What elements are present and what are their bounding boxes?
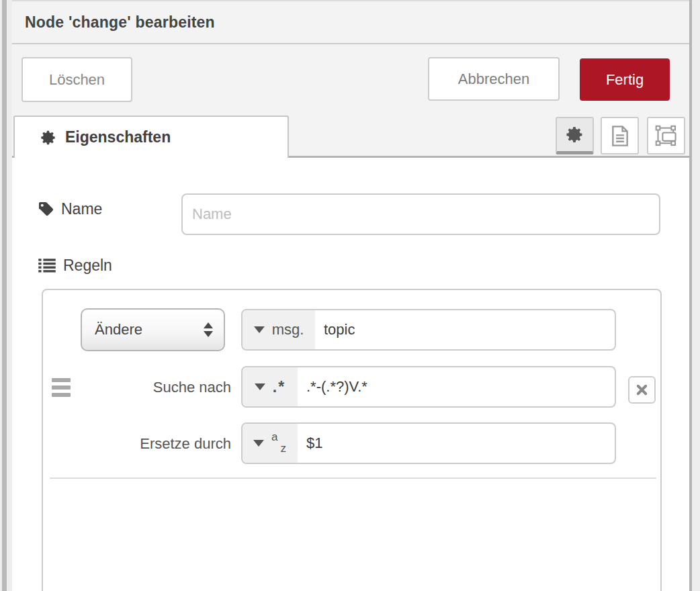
dialog-header: Node 'change' bearbeiten [12,1,689,44]
chevron-down-icon [254,326,265,333]
property-type-label: msg. [272,321,304,338]
name-label-text: Name [61,200,102,218]
rule-item-divider [50,478,656,479]
search-value-input[interactable] [298,367,615,406]
search-type-button[interactable]: .* [243,367,298,406]
rule-action-value: Ändere [95,321,142,338]
appearance-tab-button[interactable] [647,117,685,154]
x-icon [636,383,648,396]
dialog-title: Node 'change' bearbeiten [25,13,215,32]
appearance-icon [655,125,678,147]
done-button[interactable]: Fertig [580,58,670,101]
rule-drag-handle[interactable] [52,378,71,397]
properties-form: Name Regeln Ändere [12,158,689,591]
gear-icon [40,130,56,146]
rules-list: Ändere msg. Suche nach [42,289,662,591]
name-label: Name [38,200,102,218]
tab-properties-label: Eigenschaften [65,128,171,146]
rule-property-field: msg. [241,309,616,351]
screen: Node 'change' bearbeiten Löschen Abbrech… [0,0,700,591]
tag-icon [38,201,54,217]
description-tab-button[interactable] [601,117,639,154]
chevron-down-icon [253,440,264,447]
replace-label: Ersetze durch [70,435,231,453]
replace-type-button[interactable]: a z [243,424,298,463]
replace-value-input[interactable] [298,424,615,463]
palette-scrollbar[interactable] [2,0,7,591]
list-icon [38,258,56,273]
name-input[interactable] [181,193,660,235]
property-type-button[interactable]: msg. [243,310,315,349]
regex-type-icon: .* [273,378,286,396]
rule-action-select[interactable]: Ändere [81,308,225,351]
rules-label-text: Regeln [63,257,112,275]
tray-edge-line [689,0,692,591]
delete-rule-button[interactable] [628,376,656,404]
property-value-input[interactable] [315,310,615,349]
string-type-icon: a z [271,432,287,455]
properties-tab-button[interactable] [556,117,594,154]
gear-icon [566,126,584,144]
chevron-down-icon [255,383,265,390]
rules-label: Regeln [38,257,112,275]
edit-change-node-dialog: Node 'change' bearbeiten Löschen Abbrech… [12,0,689,591]
rule-replace-field: a z [241,422,616,464]
select-spinner-icon [204,322,213,337]
search-label: Suche nach [70,379,231,396]
tab-properties[interactable]: Eigenschaften [13,116,289,158]
delete-button[interactable]: Löschen [21,57,132,102]
rule-search-field: .* [241,366,616,408]
doc-icon [611,126,629,146]
cancel-button[interactable]: Abbrechen [428,57,560,101]
